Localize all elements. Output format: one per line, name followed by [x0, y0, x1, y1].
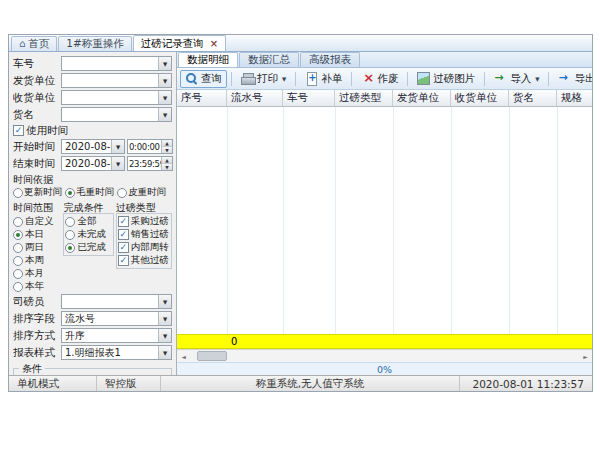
- radio-completed[interactable]: 已完成: [65, 242, 111, 253]
- radio-update-time[interactable]: 更新时间: [13, 186, 62, 199]
- checkbox-sale[interactable]: ✓销售过磅: [118, 229, 170, 240]
- use-time-checkbox[interactable]: ✓: [13, 125, 24, 136]
- status-mode: 单机模式: [9, 376, 97, 391]
- chevron-down-icon[interactable]: ▼: [158, 91, 171, 104]
- chevron-down-icon[interactable]: ▼: [535, 76, 539, 82]
- column-header-serial[interactable]: 流水号: [227, 90, 283, 106]
- column-header-goods[interactable]: 货名: [509, 90, 557, 106]
- checkbox-internal[interactable]: ✓内部周转: [118, 242, 170, 253]
- radio-this-week[interactable]: 本周: [13, 255, 61, 266]
- radio-label: 毛重时间: [76, 186, 114, 199]
- tab-data-summary[interactable]: 数据汇总: [239, 52, 299, 67]
- close-tab-icon[interactable]: ×: [210, 39, 218, 49]
- add-document-icon: [305, 72, 318, 85]
- photo-icon: [417, 72, 430, 85]
- time-range-label: 时间范围: [13, 201, 61, 213]
- query-button[interactable]: 查询: [180, 70, 227, 88]
- import-button[interactable]: 导入▼: [489, 70, 544, 88]
- chevron-down-icon[interactable]: ▼: [158, 57, 171, 70]
- sort-order-select[interactable]: 升序 ▼: [61, 328, 172, 343]
- start-time-value: 0:00:00: [128, 140, 161, 153]
- horizontal-scrollbar[interactable]: ◄ ►: [177, 349, 592, 362]
- import-arrow-icon: [494, 72, 507, 85]
- supplement-button[interactable]: 补单: [300, 70, 347, 88]
- start-date-select[interactable]: 2020-08-01 ▼: [61, 139, 125, 154]
- void-button[interactable]: 作废: [356, 70, 403, 88]
- spin-down-icon[interactable]: ▼: [162, 163, 172, 170]
- sort-field-value: 流水号: [62, 312, 158, 326]
- chevron-down-icon[interactable]: ▼: [158, 312, 171, 325]
- radio-all[interactable]: 全部: [65, 216, 111, 227]
- checkbox-label: 内部周转: [131, 241, 169, 254]
- radio-custom-range[interactable]: 自定义: [13, 216, 61, 227]
- chevron-down-icon[interactable]: ▼: [158, 74, 171, 87]
- scroll-left-icon[interactable]: ◄: [177, 350, 190, 362]
- export-button[interactable]: 导出▼: [553, 70, 592, 88]
- grid-column-line: [451, 107, 452, 334]
- column-header-weigh-type[interactable]: 过磅类型: [335, 90, 393, 106]
- weigher-select[interactable]: ▼: [61, 294, 172, 309]
- toolbar-separator: [484, 72, 485, 86]
- chevron-down-icon[interactable]: ▼: [158, 329, 171, 342]
- export-arrow-icon: [558, 72, 571, 85]
- radio-incomplete[interactable]: 未完成: [65, 229, 111, 240]
- checkbox-other[interactable]: ✓其他过磅: [118, 255, 170, 266]
- radio-tare-time[interactable]: 皮重时间: [117, 186, 166, 199]
- grid-column-line: [335, 107, 336, 334]
- report-style-select[interactable]: 1.明细报表1 ▼: [61, 345, 172, 360]
- radio-two-days[interactable]: 两日: [13, 242, 61, 253]
- radio-this-year[interactable]: 本年: [13, 281, 61, 292]
- radio-today[interactable]: 本日: [13, 229, 61, 240]
- radio-label: 皮重时间: [128, 186, 166, 199]
- checkbox-purchase[interactable]: ✓采购过磅: [118, 216, 170, 227]
- checkbox-checked-icon: ✓: [118, 216, 129, 227]
- vehicle-select[interactable]: ▼: [61, 56, 172, 71]
- checkbox-label: 采购过磅: [131, 215, 169, 228]
- tab-record-query[interactable]: 过磅记录查询 ×: [133, 35, 226, 51]
- chevron-down-icon[interactable]: ▼: [282, 76, 286, 82]
- chevron-down-icon[interactable]: ▼: [111, 157, 124, 170]
- sort-field-select[interactable]: 流水号 ▼: [61, 311, 172, 326]
- end-time-spinner[interactable]: 23:59:59 ▲▼: [127, 156, 173, 171]
- grid-column-line: [227, 107, 228, 334]
- tab-data-detail[interactable]: 数据明细: [178, 52, 238, 67]
- radio-icon: [65, 217, 75, 227]
- chevron-down-icon[interactable]: ▼: [158, 295, 171, 308]
- status-edition: 智控版: [97, 376, 161, 391]
- print-button[interactable]: 打印▼: [236, 70, 291, 88]
- filter-panel: 车号 ▼ 发货单位 ▼ 收货单位: [9, 52, 177, 375]
- vehicle-label: 车号: [13, 57, 59, 71]
- grid-column-line: [509, 107, 510, 334]
- spinner-buttons: ▲▼: [161, 140, 172, 153]
- tab-advanced-report[interactable]: 高级报表: [300, 52, 360, 67]
- weigh-photos-button[interactable]: 过磅图片: [412, 70, 480, 88]
- receiver-select[interactable]: ▼: [61, 90, 172, 105]
- column-header-seq[interactable]: 序号: [177, 90, 227, 106]
- scroll-right-icon[interactable]: ►: [579, 350, 592, 362]
- status-datetime: 2020-08-01 11:23:57: [460, 376, 592, 391]
- chevron-down-icon[interactable]: ▼: [158, 108, 171, 121]
- radio-gross-time[interactable]: 毛重时间: [65, 186, 114, 199]
- column-header-spec[interactable]: 规格: [557, 90, 592, 106]
- start-time-spinner[interactable]: 0:00:00 ▲▼: [127, 139, 173, 154]
- radio-icon: [13, 256, 23, 266]
- checkbox-checked-icon: ✓: [118, 255, 129, 266]
- goods-select[interactable]: ▼: [61, 107, 172, 122]
- column-header-receiver[interactable]: 收货单位: [451, 90, 509, 106]
- grid-column-line: [557, 107, 558, 334]
- column-header-sender[interactable]: 发货单位: [393, 90, 451, 106]
- scrollbar-thumb[interactable]: [197, 351, 227, 361]
- start-date-value: 2020-08-01: [62, 141, 111, 152]
- status-bar: 单机模式 智控版 称重系统,无人值守系统 2020-08-01 11:23:57: [9, 375, 592, 391]
- radio-this-month[interactable]: 本月: [13, 268, 61, 279]
- tab-home[interactable]: ⌂ 首页: [11, 36, 57, 51]
- chevron-down-icon[interactable]: ▼: [111, 140, 124, 153]
- sender-select[interactable]: ▼: [61, 73, 172, 88]
- chevron-down-icon[interactable]: ▼: [158, 346, 171, 359]
- end-date-select[interactable]: 2020-08-01 ▼: [61, 156, 125, 171]
- tab-weigh-operation[interactable]: 1#称重操作: [58, 36, 131, 51]
- column-header-vehicle[interactable]: 车号: [283, 90, 335, 106]
- spin-down-icon[interactable]: ▼: [162, 146, 172, 153]
- screenshot-canvas: ⌂ 首页 1#称重操作 过磅记录查询 × 车号 ▼: [0, 0, 600, 450]
- tab-bar: ⌂ 首页 1#称重操作 过磅记录查询 ×: [9, 35, 592, 52]
